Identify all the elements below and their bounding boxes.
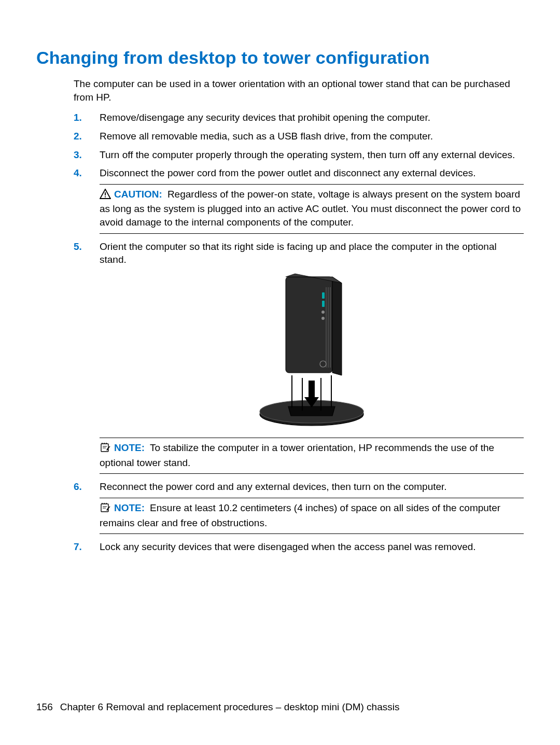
illustration bbox=[100, 272, 524, 432]
step-text: Reconnect the power cord and any externa… bbox=[100, 481, 447, 492]
note-icon bbox=[100, 442, 111, 456]
svg-point-15 bbox=[321, 311, 325, 314]
note-label: NOTE: bbox=[114, 502, 145, 513]
caution-icon bbox=[100, 189, 111, 203]
svg-rect-1 bbox=[105, 196, 106, 197]
step-4: Disconnect the power cord from the power… bbox=[74, 166, 524, 234]
step-text: Disconnect the power cord from the power… bbox=[100, 167, 476, 178]
note-icon bbox=[100, 502, 111, 516]
procedure-list: Remove/disengage any security devices th… bbox=[36, 111, 524, 554]
note-text: Ensure at least 10.2 centimeters (4 inch… bbox=[100, 502, 500, 528]
note-text: To stabilize the computer in a tower ori… bbox=[100, 442, 494, 468]
chapter-title: Chapter 6 Removal and replacement proced… bbox=[60, 701, 400, 713]
intro-paragraph: The computer can be used in a tower orie… bbox=[36, 77, 524, 104]
svg-rect-0 bbox=[105, 192, 106, 195]
step-text: Remove/disengage any security devices th… bbox=[100, 112, 430, 123]
step-2: Remove all removable media, such as a US… bbox=[74, 130, 524, 143]
caution-label: CAUTION: bbox=[114, 189, 162, 200]
step-6: Reconnect the power cord and any externa… bbox=[74, 480, 524, 534]
step-1: Remove/disengage any security devices th… bbox=[74, 111, 524, 124]
step-3: Turn off the computer properly through t… bbox=[74, 148, 524, 162]
step-text: Remove all removable media, such as a US… bbox=[100, 131, 433, 142]
note-label: NOTE: bbox=[114, 442, 145, 453]
step-text: Turn off the computer properly through t… bbox=[100, 149, 515, 160]
note-admonition-1: NOTE:To stabilize the computer in a towe… bbox=[100, 438, 524, 474]
caution-admonition: CAUTION:Regardless of the power-on state… bbox=[100, 184, 524, 234]
document-page: Changing from desktop to tower configura… bbox=[0, 0, 560, 745]
step-5: Orient the computer so that its right si… bbox=[74, 240, 524, 474]
svg-rect-14 bbox=[322, 301, 325, 307]
tower-stand-illustration bbox=[244, 272, 379, 432]
note-admonition-2: NOTE:Ensure at least 10.2 centimeters (4… bbox=[100, 498, 524, 534]
step-text: Lock any security devices that were dise… bbox=[100, 541, 476, 552]
page-number: 156 bbox=[36, 701, 53, 713]
svg-rect-8 bbox=[309, 381, 315, 397]
caution-text: Regardless of the power-on state, voltag… bbox=[100, 189, 521, 228]
step-text: Orient the computer so that its right si… bbox=[100, 241, 497, 265]
step-7: Lock any security devices that were dise… bbox=[74, 540, 524, 554]
page-footer: 156 Chapter 6 Removal and replacement pr… bbox=[36, 701, 399, 713]
svg-rect-9 bbox=[286, 277, 332, 373]
svg-point-16 bbox=[321, 317, 325, 320]
svg-rect-13 bbox=[322, 292, 325, 299]
page-heading: Changing from desktop to tower configura… bbox=[36, 48, 524, 68]
